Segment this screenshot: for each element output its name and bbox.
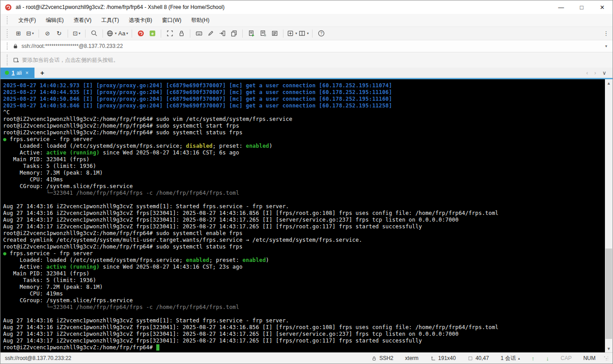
terminal-size: 191x40 (430, 355, 456, 361)
menu-item-edit[interactable]: 编辑(E) (41, 15, 69, 26)
scrollbar-down-icon[interactable]: ▼ (605, 345, 613, 352)
new-session-icon[interactable]: ⊞ (13, 28, 24, 39)
address-input[interactable]: ssh://root:****************@8.137.70.233… (21, 43, 605, 49)
log-stop-icon[interactable] (257, 28, 268, 39)
font-icon[interactable]: Aa▾ (118, 28, 129, 39)
title-bar: ali - root@iZ2vcenc1pwonzhll9g3cvZ: /hom… (0, 0, 613, 14)
toolbar-separator (39, 30, 39, 38)
session-status-icon (5, 71, 9, 75)
session-count[interactable]: 1 会话▴ (501, 355, 520, 362)
menu-item-window[interactable]: 窗口(W) (157, 15, 186, 26)
tab-scroll-right-icon[interactable]: › (594, 70, 596, 76)
menu-item-tabs[interactable]: 选项卡(B) (124, 15, 157, 26)
terminal-line: CPU: 419ms (3, 176, 605, 183)
terminal-line: Aug 27 14:43:16 iZ2vcenc1pwonzhll9g3cvZ … (3, 203, 605, 210)
log-view-icon[interactable] (269, 28, 280, 39)
menu-item-file[interactable]: 文件(F) (13, 15, 41, 26)
xshell-window: ali - root@iZ2vcenc1pwonzhll9g3cvZ: /hom… (0, 0, 613, 364)
scroll-up-button[interactable]: ↑ (532, 355, 535, 362)
tab-label: ali (17, 70, 22, 76)
terminal-line: Aug 27 14:43:16 iZ2vcenc1pwonzhll9g3cvZ … (3, 324, 605, 331)
xshell-icon[interactable] (135, 28, 146, 39)
compose-pane-icon[interactable] (205, 28, 216, 39)
menu-item-help[interactable]: 帮助(H) (186, 15, 214, 26)
toolbar-separator (68, 30, 68, 38)
xshell-logo-icon (4, 4, 12, 11)
log-start-icon[interactable] (246, 28, 257, 39)
disconnect-icon[interactable]: ⊘ (42, 28, 53, 39)
toolbar-separator (283, 30, 283, 38)
terminal-line: root@iZ2vcenc1pwonzhll9g3cvZ:/home/frp/f… (3, 230, 605, 237)
maximize-button[interactable]: □ (571, 0, 592, 14)
terminal-line: CGroup: /system.slice/frps.service (3, 183, 605, 190)
toolbar-separator (132, 30, 132, 38)
tab-close-icon[interactable]: × (26, 70, 29, 76)
toolbar-overflow-icon[interactable]: ⋮ (603, 30, 609, 37)
addressbar-drag-handle[interactable] (7, 43, 9, 50)
terminal-line: 2025-08-27 14:40:50.846 [I] [proxy/proxy… (3, 96, 605, 103)
resize-grip[interactable] (604, 356, 608, 360)
find-icon[interactable] (89, 28, 99, 39)
menubar-drag-handle[interactable] (7, 16, 9, 24)
scrollbar-thumb[interactable] (605, 248, 612, 339)
protocol-indicator: SSH2 (371, 355, 393, 361)
virtual-keyboard-icon[interactable] (193, 28, 204, 39)
terminal-line: ● frps.service - frp server (3, 250, 605, 257)
window-title: ali - root@iZ2vcenc1pwonzhll9g3cvZ: /hom… (16, 4, 224, 10)
toolbar-drag-handle[interactable] (7, 29, 9, 38)
terminal-line: Aug 27 14:43:17 iZ2vcenc1pwonzhll9g3cvZ … (3, 331, 605, 338)
tab-number: 1 (12, 70, 15, 76)
terminal-line: Created symlink /etc/systemd/system/mult… (3, 237, 605, 244)
terminal-line: Tasks: 5 (limit: 1936) (3, 277, 605, 284)
toolbar-separator (190, 30, 190, 38)
terminal-line (3, 197, 605, 203)
new-file-icon[interactable]: ▾ (287, 28, 297, 39)
new-tab-button[interactable]: + (34, 68, 50, 78)
reconnect-icon[interactable]: ↻ (54, 28, 64, 39)
menu-item-view[interactable]: 查看(V) (69, 15, 96, 26)
terminal-line: CPU: 419ms (3, 291, 605, 297)
terminal-line: 2025-08-27 14:40:44.935 [I] [proxy/proxy… (3, 89, 605, 96)
scrollbar-up-icon[interactable]: ▲ (605, 79, 613, 87)
terminal-line: Memory: 7.2M (peak: 8.1M) (3, 284, 605, 291)
terminal-line: root@iZ2vcenc1pwonzhll9g3cvZ:/home/frp/f… (3, 244, 605, 250)
scroll-down-button[interactable]: ↓ (546, 355, 549, 362)
terminal-screen[interactable]: 2025-08-27 14:40:32.973 [I] [proxy/proxy… (0, 79, 605, 352)
session-tab-ali[interactable]: 1 ali × (0, 68, 34, 78)
address-bar: ssh://root:****************@8.137.70.233… (0, 40, 613, 52)
minimize-button[interactable]: — (551, 0, 571, 14)
fullscreen-icon[interactable] (164, 28, 175, 39)
terminal-line: ^C (3, 109, 605, 116)
shadow-window-icon[interactable] (228, 28, 239, 39)
terminal-line: Main PID: 323041 (frps) (3, 156, 605, 163)
terminal-area: 2025-08-27 14:40:32.973 [I] [proxy/proxy… (0, 79, 613, 352)
terminal-line: Tasks: 5 (limit: 1936) (3, 163, 605, 170)
duplicate-session-icon[interactable]: ⊡▾ (71, 28, 82, 39)
hintbar-drag-handle[interactable] (7, 55, 9, 65)
tab-menu-icon[interactable]: ∨ (602, 70, 606, 76)
terminal-line: root@iZ2vcenc1pwonzhll9g3cvZ:/home/frp/f… (3, 129, 605, 136)
terminal-scrollbar[interactable]: ▲ ▼ (605, 79, 613, 352)
open-sessions-icon[interactable]: ⊟▾ (25, 28, 35, 39)
terminal-line: Main PID: 323041 (frps) (3, 270, 605, 277)
add-session-icon[interactable] (13, 57, 19, 64)
terminal-line: Active: active (running) since Wed 2025-… (3, 264, 605, 270)
menu-item-tools[interactable]: 工具(T) (96, 15, 124, 26)
address-dropdown-icon[interactable]: ▾ (605, 44, 607, 48)
svg-text:?: ? (320, 31, 322, 35)
tab-scroll-left-icon[interactable]: ‹ (586, 70, 588, 76)
login-script-icon[interactable] (217, 28, 227, 39)
terminal-line: └─323041 /home/frp/frp64/frps -c /home/f… (3, 304, 605, 311)
encoding-icon[interactable]: ▾ (106, 28, 117, 39)
hint-text: 要添加当前会话，点击左侧的箭头按钮。 (22, 56, 119, 64)
terminal-line: CGroup: /system.slice/frps.service (3, 297, 605, 304)
toolbar-separator (161, 30, 161, 38)
xftp-icon[interactable]: e (147, 28, 158, 39)
toolbar: ⊞⊟▾⊘↻⊡▾▾Aa▾e▾▾? ⋮ (0, 26, 613, 40)
toolbar-separator (312, 30, 313, 38)
help-icon[interactable]: ? (316, 28, 326, 39)
close-button[interactable]: ✕ (592, 0, 613, 14)
layout-icon[interactable]: ▾ (298, 28, 309, 39)
menu-bar: 文件(F)编辑(E)查看(V)工具(T)选项卡(B)窗口(W)帮助(H) (0, 14, 613, 26)
lock-screen-icon[interactable] (176, 28, 187, 39)
